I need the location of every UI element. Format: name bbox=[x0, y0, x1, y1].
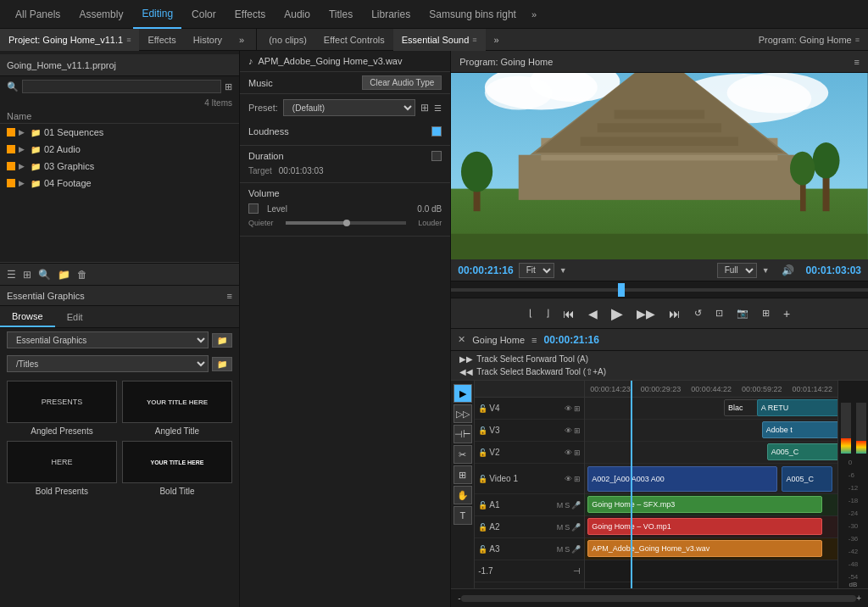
selection-tool[interactable]: ▶ bbox=[453, 384, 472, 403]
track-lock-v3[interactable]: 🔓 bbox=[478, 426, 487, 435]
track-eye-v2[interactable]: 👁 bbox=[565, 448, 572, 457]
eg-folder-btn[interactable]: 📁 bbox=[212, 333, 232, 348]
es-loudness-checkbox[interactable] bbox=[431, 126, 442, 136]
type-tool[interactable]: T bbox=[453, 506, 472, 525]
nav-titles[interactable]: Titles bbox=[320, 0, 361, 29]
program-scrubber[interactable] bbox=[451, 281, 868, 298]
clip-v1-a005[interactable]: A005_C bbox=[782, 466, 832, 492]
track-backward-tool[interactable]: ◀◀ Track Select Backward Tool (⇧+A) bbox=[454, 365, 865, 378]
nav-editing[interactable]: Editing bbox=[133, 0, 181, 29]
tab-no-clips[interactable]: (no clips) bbox=[260, 29, 315, 51]
track-eye-v4[interactable]: 👁 bbox=[565, 404, 572, 413]
settings-btn[interactable]: + bbox=[780, 305, 793, 322]
go-to-in-btn[interactable]: ⏮ bbox=[559, 305, 578, 322]
program-quality-select[interactable]: Full bbox=[717, 263, 757, 278]
eg-edit-tab[interactable]: Edit bbox=[55, 306, 95, 327]
track-lock-a3[interactable]: 🔓 bbox=[478, 545, 487, 554]
nav-more-icon[interactable]: » bbox=[526, 9, 542, 19]
eg-item-angled-title[interactable]: YOUR TITLE HERE Angled Title bbox=[122, 381, 232, 436]
mark-out-btn[interactable]: ⌋ bbox=[542, 306, 553, 320]
track-solo-a2[interactable]: S bbox=[565, 523, 570, 532]
tree-item-02-audio[interactable]: ▶ 📁 02 Audio bbox=[0, 141, 239, 158]
tree-item-04-footage[interactable]: ▶ 📁 04 Footage bbox=[0, 175, 239, 192]
clip-a1-sfx[interactable]: Going Home – SFX.mp3 bbox=[587, 496, 822, 513]
tab-essential-sound[interactable]: Essential Sound ≡ bbox=[393, 29, 486, 51]
track-eye-v3[interactable]: 👁 bbox=[565, 426, 572, 435]
es-clear-btn[interactable]: Clear Audio Type bbox=[362, 75, 442, 90]
search-toolbar-btn[interactable]: 🔍 bbox=[36, 267, 53, 282]
tab-effect-controls[interactable]: Effect Controls bbox=[315, 29, 393, 51]
track-sync-v1[interactable]: ⊞ bbox=[574, 475, 581, 483]
es-duration-checkbox[interactable] bbox=[431, 151, 442, 161]
eg-item-angled-presents[interactable]: PRESENTS Angled Presents bbox=[7, 381, 117, 436]
search-input[interactable] bbox=[22, 80, 221, 93]
track-mute-a1[interactable]: M bbox=[557, 501, 564, 510]
eg-source-dropdown[interactable]: Essential Graphics bbox=[7, 331, 209, 348]
hand-tool[interactable]: ✋ bbox=[453, 486, 472, 504]
track-solo-a3[interactable]: S bbox=[565, 545, 570, 554]
nav-libraries[interactable]: Libraries bbox=[363, 0, 419, 29]
go-to-out-btn[interactable]: ⏭ bbox=[665, 305, 684, 322]
new-bin-btn[interactable]: 📁 bbox=[56, 267, 72, 282]
tab-history[interactable]: History bbox=[185, 29, 231, 51]
track-vol-icon[interactable]: ⊣ bbox=[573, 566, 581, 576]
tab-program[interactable]: Program: Going Home ≡ bbox=[750, 29, 868, 51]
track-lock-a1[interactable]: 🔓 bbox=[478, 501, 487, 510]
eg-item-bold-title[interactable]: YOUR TITLE HERE Bold Title bbox=[122, 441, 232, 496]
nav-color[interactable]: Color bbox=[183, 0, 225, 29]
razor-tool[interactable]: ✂ bbox=[453, 445, 472, 464]
track-record-a3[interactable]: 🎤 bbox=[571, 545, 581, 554]
step-fwd-btn[interactable]: ▶▶ bbox=[633, 305, 659, 322]
es-volume-slider[interactable] bbox=[286, 221, 407, 225]
track-sync-v4[interactable]: ⊞ bbox=[574, 404, 581, 413]
nav-samsung[interactable]: Samsung bins right bbox=[420, 0, 525, 29]
track-mute-a2[interactable]: M bbox=[557, 523, 564, 532]
track-select-tool[interactable]: ▷▷ bbox=[453, 404, 472, 423]
icon-view-btn[interactable]: ⊞ bbox=[21, 267, 33, 282]
export-frame-btn[interactable]: 📷 bbox=[733, 306, 752, 320]
eg-item-bold-presents[interactable]: HERE Bold Presents bbox=[7, 441, 117, 496]
slip-tool[interactable]: ⊞ bbox=[453, 465, 472, 484]
tab-project[interactable]: Project: Going Home_v11.1 ≡ bbox=[0, 29, 139, 51]
clip-v2-adobe[interactable]: A005_C bbox=[767, 443, 837, 460]
tab-more-middle[interactable]: » bbox=[486, 29, 508, 51]
timeline-scroll[interactable] bbox=[461, 595, 857, 602]
tree-item-03-graphics[interactable]: ▶ 📁 03 Graphics bbox=[0, 158, 239, 175]
track-record-a1[interactable]: 🎤 bbox=[571, 501, 581, 510]
track-sync-v3[interactable]: ⊞ bbox=[574, 426, 581, 435]
clip-a2-vo[interactable]: Going Home – VO.mp1 bbox=[587, 518, 822, 535]
clip-a3-apm[interactable]: APM_Adobe_Going Home_v3.wav bbox=[587, 540, 822, 557]
program-menu-icon[interactable]: ≡ bbox=[854, 57, 860, 67]
step-back-btn[interactable]: ◀ bbox=[585, 305, 601, 322]
eg-folder-btn2[interactable]: 📁 bbox=[212, 357, 232, 371]
tab-effects[interactable]: Effects bbox=[139, 29, 184, 51]
safe-margins-btn[interactable]: ⊡ bbox=[712, 306, 726, 320]
tab-more[interactable]: » bbox=[231, 29, 253, 51]
add-to-render-btn[interactable]: ⊞ bbox=[759, 306, 773, 320]
eg-folder-dropdown[interactable]: /Titles bbox=[7, 355, 209, 372]
track-record-a2[interactable]: 🎤 bbox=[571, 523, 581, 532]
clip-v4-return[interactable]: A RETU bbox=[757, 399, 837, 416]
nav-audio[interactable]: Audio bbox=[275, 0, 319, 29]
timeline-playhead[interactable] bbox=[631, 381, 632, 588]
track-forward-tool[interactable]: ▶▶ Track Select Forward Tool (A) bbox=[454, 353, 865, 365]
track-sync-v2[interactable]: ⊞ bbox=[574, 448, 581, 457]
browse-icon[interactable]: ⊞ bbox=[225, 81, 232, 92]
timeline-close-btn[interactable]: ✕ bbox=[458, 334, 465, 345]
tree-item-01-sequences[interactable]: ▶ 📁 01 Sequences bbox=[0, 124, 239, 141]
clip-v3-adobe[interactable]: Adobe t bbox=[762, 421, 837, 438]
program-fit-select[interactable]: Fit bbox=[519, 263, 554, 278]
nav-all-panels[interactable]: All Panels bbox=[7, 0, 69, 29]
track-mute-a3[interactable]: M bbox=[557, 545, 564, 554]
eg-browse-tab[interactable]: Browse bbox=[0, 306, 55, 327]
track-lock-v2[interactable]: 🔓 bbox=[478, 448, 487, 457]
track-lock-v1[interactable]: 🔓 bbox=[478, 475, 487, 483]
es-preset-save-icon[interactable]: ⊞ bbox=[420, 102, 429, 114]
clip-v1-main[interactable]: A002_[A00 A003 A00 bbox=[587, 466, 776, 492]
es-preset-menu-icon[interactable]: ☰ bbox=[434, 103, 442, 113]
ripple-edit-tool[interactable]: ⊣⊢ bbox=[453, 425, 472, 443]
scrubber-playhead[interactable] bbox=[618, 283, 625, 297]
track-lock-a2[interactable]: 🔓 bbox=[478, 523, 487, 532]
track-eye-v1[interactable]: 👁 bbox=[565, 475, 572, 483]
play-stop-btn[interactable]: ▶ bbox=[608, 303, 626, 325]
